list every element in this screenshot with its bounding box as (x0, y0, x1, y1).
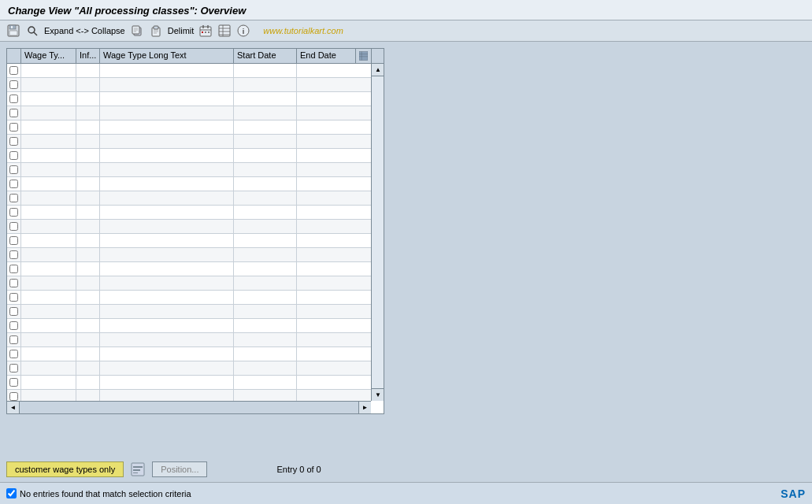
cell-start-date (234, 291, 297, 304)
cell-long-text (100, 333, 234, 346)
cell-start-date (234, 135, 297, 148)
calendar-icon[interactable] (198, 24, 213, 38)
status-checkbox[interactable] (6, 488, 17, 498)
table-row[interactable] (7, 248, 371, 262)
row-checkbox[interactable] (7, 333, 21, 346)
table-row[interactable] (7, 234, 371, 248)
table-header: Wage Ty... Inf... Wage Type Long Text St… (7, 49, 384, 64)
entry-count: Entry 0 of 0 (276, 465, 321, 474)
vertical-scrollbar[interactable]: ▲ ▼ (371, 64, 384, 401)
cell-wage-type (21, 135, 76, 148)
delimit-label[interactable]: Delimit (168, 26, 195, 35)
row-checkbox[interactable] (7, 276, 21, 290)
row-checkbox[interactable] (7, 64, 21, 77)
svg-rect-37 (133, 472, 138, 473)
scroll-up-btn[interactable]: ▲ (372, 64, 384, 76)
cell-end-date (297, 92, 356, 106)
cell-long-text (100, 262, 234, 276)
table-row[interactable] (7, 347, 371, 361)
table-row[interactable] (7, 376, 371, 390)
table-row[interactable] (7, 276, 371, 291)
cell-start-date (234, 149, 297, 162)
cell-end-date (297, 390, 356, 401)
table-row[interactable] (7, 149, 371, 163)
table-settings-icon[interactable] (217, 24, 232, 38)
svg-rect-35 (133, 466, 143, 468)
cell-end-date (297, 177, 356, 191)
table-row[interactable] (7, 319, 371, 333)
row-checkbox[interactable] (7, 248, 21, 261)
row-checkbox[interactable] (7, 177, 21, 191)
table-row[interactable] (7, 333, 371, 347)
find-icon[interactable] (25, 24, 39, 38)
save-icon[interactable] (6, 24, 20, 38)
cell-inf (76, 220, 100, 233)
row-checkbox[interactable] (7, 262, 21, 276)
row-checkbox[interactable] (7, 135, 21, 148)
table-row[interactable] (7, 92, 371, 106)
position-button[interactable]: Position... (152, 461, 207, 477)
table-row[interactable] (7, 206, 371, 220)
scroll-left-btn[interactable]: ◄ (7, 402, 20, 414)
cell-inf (76, 390, 100, 401)
table-row[interactable] (7, 220, 371, 234)
cell-wage-type (21, 120, 76, 134)
row-checkbox[interactable] (7, 390, 21, 401)
svg-text:i: i (243, 28, 245, 35)
cell-start-date (234, 177, 297, 191)
cell-inf (76, 305, 100, 318)
row-checkbox[interactable] (7, 106, 21, 120)
row-checkbox[interactable] (7, 206, 21, 219)
cell-inf (76, 64, 100, 77)
cell-start-date (234, 120, 297, 134)
row-checkbox[interactable] (7, 376, 21, 389)
row-checkbox[interactable] (7, 220, 21, 233)
cell-long-text (100, 305, 234, 318)
table-row[interactable] (7, 78, 371, 92)
table-row[interactable] (7, 64, 371, 78)
row-checkbox[interactable] (7, 92, 21, 106)
table-row[interactable] (7, 120, 371, 135)
table-row[interactable] (7, 106, 371, 120)
table-row[interactable] (7, 262, 371, 276)
status-message: No entries found that match selection cr… (20, 489, 191, 498)
cell-end-date (297, 220, 356, 233)
cell-long-text (100, 135, 234, 148)
info-icon[interactable]: i (236, 24, 250, 38)
row-checkbox[interactable] (7, 361, 21, 375)
row-checkbox[interactable] (7, 305, 21, 318)
table-row[interactable] (7, 305, 371, 319)
row-checkbox[interactable] (7, 120, 21, 134)
table-row[interactable] (7, 361, 371, 376)
row-checkbox[interactable] (7, 163, 21, 176)
copy-icon[interactable] (130, 24, 144, 38)
customer-wage-types-button[interactable]: customer wage types only (6, 461, 124, 477)
horizontal-scrollbar[interactable]: ◄ ► (7, 401, 371, 413)
svg-rect-12 (154, 26, 158, 29)
row-checkbox[interactable] (7, 319, 21, 332)
table-row[interactable] (7, 291, 371, 305)
scroll-right-btn[interactable]: ► (358, 402, 371, 414)
cell-wage-type (21, 220, 76, 233)
cell-inf (76, 276, 100, 290)
table-row[interactable] (7, 135, 371, 149)
cell-long-text (100, 276, 234, 290)
cell-long-text (100, 390, 234, 401)
row-checkbox[interactable] (7, 191, 21, 205)
expand-collapse-label[interactable]: Expand <-> Collapse (44, 26, 125, 35)
table-row[interactable] (7, 177, 371, 191)
cell-wage-type (21, 390, 76, 401)
row-checkbox[interactable] (7, 291, 21, 304)
table-row[interactable] (7, 390, 371, 401)
table-row[interactable] (7, 191, 371, 206)
scroll-track[interactable] (372, 76, 384, 388)
paste-icon[interactable] (149, 24, 163, 38)
table-row[interactable] (7, 163, 371, 177)
scroll-down-btn[interactable]: ▼ (372, 388, 384, 401)
col-header-settings[interactable] (356, 49, 372, 63)
row-checkbox[interactable] (7, 78, 21, 91)
row-checkbox[interactable] (7, 347, 21, 361)
row-checkbox[interactable] (7, 234, 21, 247)
row-checkbox[interactable] (7, 149, 21, 162)
svg-rect-3 (11, 26, 13, 28)
